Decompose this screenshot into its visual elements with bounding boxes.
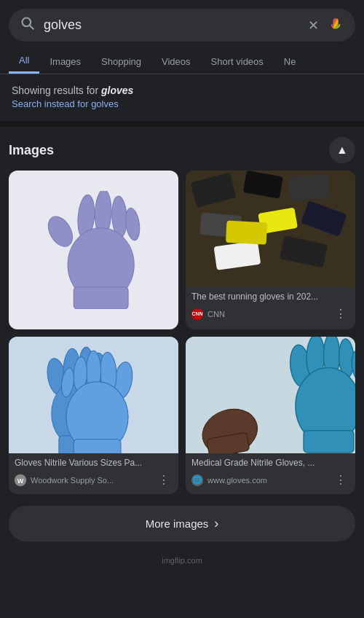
tab-all[interactable]: All xyxy=(9,49,39,74)
collapse-button[interactable]: ▲ xyxy=(329,137,355,163)
image-thumbnail xyxy=(186,337,355,453)
image-caption: The best running gloves in 202... xyxy=(191,292,349,302)
svg-rect-36 xyxy=(74,439,121,453)
image-thumbnail xyxy=(186,171,355,287)
svg-point-0 xyxy=(23,18,31,27)
image-caption: Gloves Nitrile Various Sizes Pa... xyxy=(15,458,173,468)
search-icon xyxy=(20,16,35,34)
more-images-button[interactable]: More images › xyxy=(9,506,355,541)
source-name: www.gloves.com xyxy=(207,476,267,485)
source-favicon: 🌐 xyxy=(191,474,203,486)
image-card[interactable]: The best running gloves in 202... CNN CN… xyxy=(186,171,355,329)
image-source: W Woodwork Supply So... ⋮ xyxy=(15,472,173,488)
tab-videos[interactable]: Videos xyxy=(151,50,201,73)
more-options-icon[interactable]: ⋮ xyxy=(332,472,349,488)
svg-text:W: W xyxy=(17,477,24,485)
source-name: CNN xyxy=(207,310,225,318)
tab-short-videos[interactable]: Short videos xyxy=(201,50,274,73)
search-instead-prefix: Search instead for xyxy=(12,98,91,109)
svg-rect-21 xyxy=(226,220,267,244)
section-divider xyxy=(0,121,364,127)
source-left: 🌐 www.gloves.com xyxy=(191,474,267,486)
image-card[interactable]: Medical Grade Nitrile Gloves, ... 🌐 www.… xyxy=(186,337,355,494)
image-thumbnail xyxy=(9,337,178,453)
image-source: 🌐 www.gloves.com ⋮ xyxy=(191,472,349,488)
watermark: imgflip.com xyxy=(0,556,364,572)
more-images-label: More images xyxy=(146,517,209,530)
image-info: The best running gloves in 202... CNN CN… xyxy=(186,287,355,328)
image-source: CNN CNN ⋮ xyxy=(191,305,349,322)
more-options-icon[interactable]: ⋮ xyxy=(332,305,349,322)
image-caption: Medical Grade Nitrile Gloves, ... xyxy=(191,458,349,468)
correction-showing: Showing results for gloves xyxy=(12,85,352,96)
search-bar[interactable]: golves ✕ xyxy=(9,9,355,42)
svg-rect-11 xyxy=(74,287,128,309)
tab-shopping[interactable]: Shopping xyxy=(91,50,151,73)
clear-icon[interactable]: ✕ xyxy=(308,17,319,34)
tab-more[interactable]: Ne xyxy=(274,50,306,73)
svg-line-1 xyxy=(30,26,33,29)
mic-icon[interactable] xyxy=(328,17,344,34)
image-thumbnail xyxy=(9,171,178,329)
search-instead[interactable]: Search instead for golves xyxy=(12,98,352,109)
corrected-term: gloves xyxy=(101,85,133,96)
more-images-arrow: › xyxy=(214,516,218,531)
images-section: Images ▲ xyxy=(0,127,364,494)
tabs-bar: All Images Shopping Videos Short videos … xyxy=(0,49,364,74)
source-favicon: CNN xyxy=(191,308,203,320)
images-header: Images ▲ xyxy=(9,127,355,171)
image-info: Medical Grade Nitrile Gloves, ... 🌐 www.… xyxy=(186,453,355,494)
correction-banner: Showing results for gloves Search instea… xyxy=(0,74,364,114)
image-info: Gloves Nitrile Various Sizes Pa... W Woo… xyxy=(9,453,178,494)
tab-images[interactable]: Images xyxy=(39,50,91,73)
search-input[interactable]: golves xyxy=(44,17,299,33)
image-card[interactable]: Gloves Nitrile Various Sizes Pa... W Woo… xyxy=(9,337,178,494)
source-left: W Woodwork Supply So... xyxy=(15,474,114,486)
showing-prefix: Showing results for xyxy=(12,85,101,96)
image-grid: 100ct Perfect Touch® Grape Fl... Y Young… xyxy=(9,171,355,494)
more-images-wrapper: More images › xyxy=(0,494,364,556)
svg-rect-15 xyxy=(288,174,331,201)
source-name: Woodwork Supply So... xyxy=(31,476,114,485)
images-title: Images xyxy=(9,143,54,158)
original-term[interactable]: golves xyxy=(91,98,119,109)
svg-rect-46 xyxy=(304,431,354,453)
image-card[interactable]: 100ct Perfect Touch® Grape Fl... Y Young… xyxy=(9,171,178,329)
source-left: CNN CNN xyxy=(191,308,225,320)
source-favicon: W xyxy=(15,474,26,486)
more-options-icon[interactable]: ⋮ xyxy=(155,472,173,488)
